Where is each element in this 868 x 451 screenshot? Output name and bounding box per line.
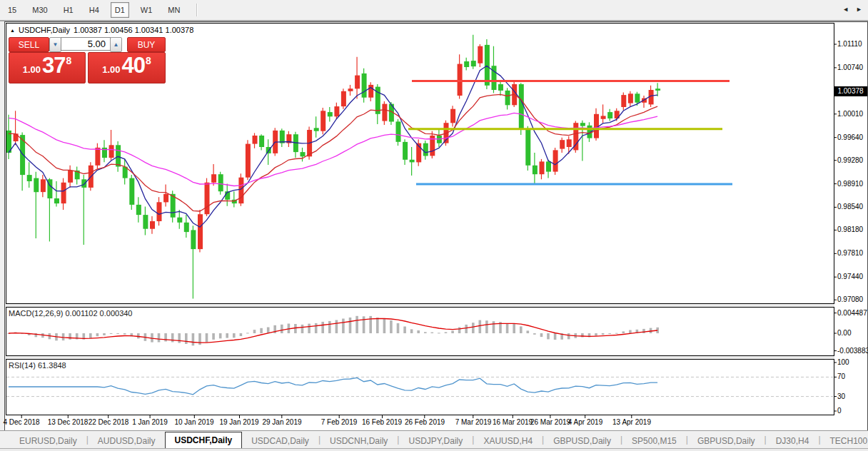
symbol-tab-tech100[interactable]: TECH100,H1: [821, 434, 868, 448]
symbol-tab-audusd[interactable]: AUDUSD,Daily: [89, 434, 165, 448]
date-label: 13 Dec 2018: [48, 418, 89, 426]
timeframe-button-m30[interactable]: M30: [28, 2, 51, 18]
symbol-tab-gbpusd[interactable]: GBPUSD,Daily: [544, 434, 620, 448]
date-label: 1 Jan 2019: [132, 418, 168, 426]
rsi-name: RSI(14): [9, 361, 36, 370]
buy-price-button[interactable]: 1.00 40 8: [88, 52, 166, 83]
price-axis-label: 0.98540: [837, 203, 868, 211]
symbol-tabs-bar: EURUSD,Daily|AUDUSD,DailyUSDCHF,DailyUSD…: [0, 430, 868, 448]
date-label: 13 Apr 2019: [612, 418, 651, 426]
macd-values: 0.001102 0.000340: [65, 309, 132, 318]
symbol-tab-xauusd[interactable]: XAUUSD,H4: [474, 434, 542, 448]
symbol-tab-usdchf[interactable]: USDCHF,Daily: [165, 432, 243, 448]
symbol-name: USDCHF,Daily: [19, 26, 70, 34]
volume-input[interactable]: [61, 37, 111, 51]
symbol-tab-usdjpy[interactable]: USDJPY,Daily: [399, 434, 472, 448]
date-label: 10 Jan 2019: [174, 418, 213, 426]
timeframe-button-w1[interactable]: W1: [136, 2, 157, 18]
sell-price-prefix: 1.00: [23, 64, 41, 75]
price-axis-label: 1.01110: [837, 40, 868, 48]
macd-axis-label: -0.003883: [837, 347, 868, 355]
symbol-ohlc-values: 1.00387 1.00456 1.00341 1.00378: [74, 26, 193, 34]
tab-scroll-left-icon[interactable]: ◄: [842, 6, 849, 13]
price-axis-label: 1.00010: [837, 110, 868, 118]
date-label: 4 Apr 2019: [568, 418, 602, 426]
date-label: 19 Jan 2019: [219, 418, 258, 426]
symbol-tab-usdcad[interactable]: USDCAD,Daily: [242, 434, 318, 448]
symbol-ohlc-label: ▲ USDCHF,Daily 1.00387 1.00456 1.00341 1…: [10, 26, 193, 34]
rsi-label: RSI(14) 61.3848: [9, 361, 66, 370]
timeframe-button-mn[interactable]: MN: [163, 2, 184, 18]
chevron-up-icon: ▲: [113, 41, 119, 48]
buy-button[interactable]: BUY: [127, 37, 166, 52]
buy-price-prefix: 1.00: [102, 64, 120, 75]
macd-label: MACD(12,26,9) 0.001102 0.000340: [9, 309, 132, 318]
sell-price-digits: 37: [42, 53, 65, 78]
rsi-axis-label: 100: [837, 358, 849, 366]
date-label: 7 Mar 2019: [455, 418, 492, 426]
rsi-axis-label: 30: [837, 392, 845, 400]
price-axis-label: 0.98180: [837, 226, 868, 233]
sell-button[interactable]: SELL: [9, 37, 49, 52]
price-axis-label: 0.99640: [837, 133, 868, 141]
symbol-marker-icon: ▲: [10, 28, 15, 33]
price-axis-label: 1.00740: [837, 64, 868, 71]
macd-axis-label: 0.004487: [837, 309, 867, 317]
date-label: 4 Dec 2018: [3, 418, 39, 426]
rsi-value: 61.3848: [38, 361, 66, 370]
symbol-tab-gbpusd-2[interactable]: GBPUSD,Daily: [688, 434, 764, 448]
rsi-panel[interactable]: [6, 359, 834, 415]
price-axis-label: 0.97440: [837, 273, 868, 280]
terminal-window: 15M30H1H4D1W1MN ▲ USDCHF,Daily 1.00387 1…: [0, 0, 868, 451]
sell-price-button[interactable]: 1.00 37 8: [9, 52, 86, 83]
current-price-tag: 1.00378: [834, 86, 867, 96]
sell-price-pip: 8: [66, 55, 72, 66]
timeframe-toolbar: 15M30H1H4D1W1MN: [0, 0, 868, 21]
price-axis-label: 0.98910: [837, 180, 868, 188]
toolbar-separator: [196, 4, 198, 16]
price-axis-label: 0.97080: [837, 295, 868, 303]
date-label: 16 Feb 2019: [362, 418, 402, 426]
timeframe-button-h1[interactable]: H1: [59, 2, 78, 18]
symbol-tab-usdcnh[interactable]: USDCNH,Daily: [321, 434, 397, 448]
date-label: 26 Mar 2019: [530, 418, 570, 426]
chevron-down-icon: ▼: [53, 41, 59, 48]
buy-price-pip: 8: [146, 55, 151, 66]
date-label: 22 Dec 2018: [89, 418, 129, 426]
rsi-axis-label: 0: [837, 407, 842, 415]
date-label: 16 Mar 2019: [493, 418, 533, 426]
price-axis-label: 0.97810: [837, 249, 868, 257]
date-label: 26 Feb 2019: [405, 418, 445, 426]
macd-name: MACD(12,26,9): [9, 309, 63, 318]
price-axis: [834, 23, 867, 415]
symbol-tab-dj30[interactable]: DJ30,H4: [767, 434, 819, 448]
price-axis-label: 0.99280: [837, 156, 868, 164]
timeframe-button-h4[interactable]: H4: [85, 2, 104, 18]
tab-scroll-right-icon[interactable]: ►: [856, 6, 862, 13]
status-strip: [0, 448, 868, 451]
symbol-tab-eurusd[interactable]: EURUSD,Daily: [10, 434, 86, 448]
date-label: 29 Jan 2019: [262, 418, 301, 426]
volume-increase-button[interactable]: ▲: [110, 37, 122, 52]
rsi-axis-label: 70: [837, 373, 845, 380]
date-label: 7 Feb 2019: [321, 418, 358, 426]
volume-decrease-button[interactable]: ▼: [49, 37, 61, 52]
macd-axis-label: 0.00: [837, 329, 851, 337]
timeframe-button-15[interactable]: 15: [4, 2, 21, 18]
symbol-tab-sp500[interactable]: SP500,M15: [622, 434, 686, 448]
buy-price-digits: 40: [122, 53, 145, 78]
timeframe-button-d1[interactable]: D1: [111, 2, 129, 18]
